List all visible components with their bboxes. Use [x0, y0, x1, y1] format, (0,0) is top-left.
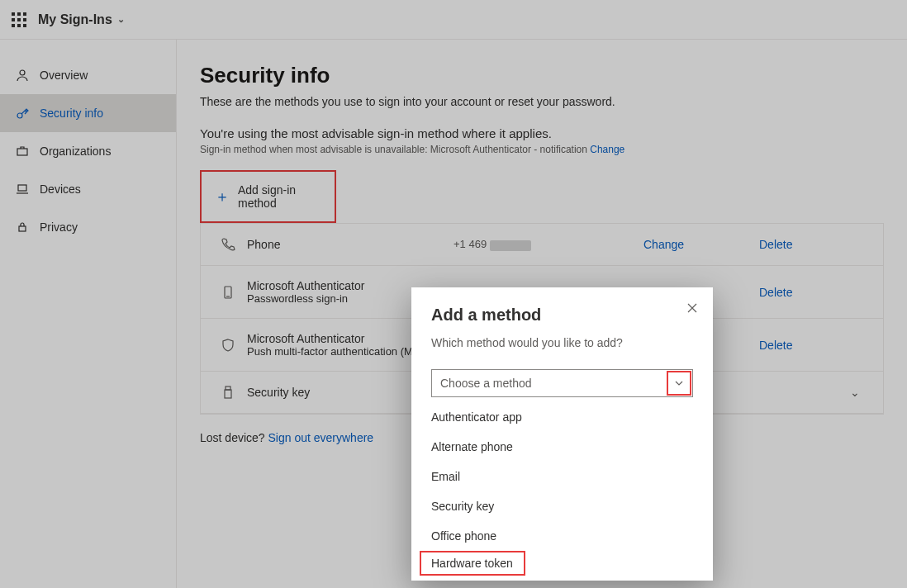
page-subtitle: These are the methods you use to sign in… [200, 95, 884, 108]
app-launcher-icon[interactable] [12, 12, 26, 27]
svg-rect-7 [225, 390, 231, 398]
chevron-down-icon: ⌄ [117, 14, 125, 25]
add-method-label: Add sign-in method [238, 183, 321, 210]
delete-link[interactable]: Delete [759, 286, 875, 299]
add-method-dialog: Add a method Which method would you like… [411, 287, 713, 581]
option-email[interactable]: Email [411, 462, 713, 491]
sidebar-item-label: Organizations [40, 145, 111, 158]
dialog-title: Add a method [431, 306, 693, 325]
sidebar: Overview Security info Organizations Dev… [0, 40, 177, 588]
select-chevron[interactable] [667, 371, 691, 396]
sidebar-item-label: Privacy [40, 220, 78, 234]
delete-link[interactable]: Delete [759, 339, 875, 352]
sidebar-item-devices[interactable]: Devices [0, 170, 176, 208]
dialog-question: Which method would you like to add? [431, 336, 693, 349]
svg-point-0 [20, 70, 25, 75]
option-alternate-phone[interactable]: Alternate phone [411, 432, 713, 462]
advisable-subtext: Sign-in method when most advisable is un… [200, 144, 884, 155]
usb-key-icon [209, 385, 247, 400]
method-select[interactable]: Choose a method [431, 369, 693, 397]
option-hardware-token[interactable]: Hardware token [420, 551, 525, 576]
method-name: Phone [247, 238, 280, 251]
sidebar-item-organizations[interactable]: Organizations [0, 132, 176, 170]
top-bar: My Sign-Ins ⌄ [0, 0, 907, 40]
option-office-phone[interactable]: Office phone [411, 521, 713, 551]
method-name: Security key [247, 386, 310, 399]
sidebar-item-overview[interactable]: Overview [0, 56, 176, 94]
svg-rect-4 [19, 226, 26, 231]
sign-out-everywhere-link[interactable]: Sign out everywhere [268, 431, 374, 444]
change-link[interactable]: Change [643, 238, 759, 251]
option-authenticator-app[interactable]: Authenticator app [411, 402, 713, 432]
plus-icon: ＋ [215, 187, 230, 206]
select-placeholder: Choose a method [440, 377, 532, 390]
briefcase-icon [15, 144, 30, 159]
chevron-down-icon[interactable]: ⌄ [850, 386, 860, 399]
svg-rect-6 [226, 386, 230, 390]
laptop-icon [15, 182, 30, 197]
shield-icon [209, 338, 247, 353]
person-icon [15, 68, 30, 83]
svg-rect-2 [17, 149, 27, 155]
method-options-list: Authenticator app Alternate phone Email … [411, 402, 713, 576]
page-title: Security info [200, 63, 884, 88]
change-default-link[interactable]: Change [590, 144, 624, 155]
option-security-key[interactable]: Security key [411, 491, 713, 521]
sidebar-item-label: Overview [40, 69, 88, 82]
brand-title[interactable]: My Sign-Ins ⌄ [38, 12, 125, 27]
phone-icon [209, 237, 247, 252]
sidebar-item-privacy[interactable]: Privacy [0, 208, 176, 246]
advisable-heading: You're using the most advisable sign-in … [200, 126, 884, 140]
svg-rect-3 [18, 185, 26, 191]
method-value: +1 469 [454, 238, 643, 250]
add-sign-in-method-button[interactable]: ＋ Add sign-in method [200, 170, 336, 223]
sidebar-item-label: Security info [40, 107, 103, 120]
authenticator-icon [209, 285, 247, 300]
close-icon[interactable] [686, 302, 698, 314]
sidebar-item-label: Devices [40, 183, 81, 196]
method-row-phone: Phone +1 469 Change Delete [201, 224, 883, 266]
lock-icon [15, 220, 30, 235]
key-icon [15, 106, 30, 121]
sidebar-item-security-info[interactable]: Security info [0, 94, 176, 132]
delete-link[interactable]: Delete [759, 238, 875, 251]
